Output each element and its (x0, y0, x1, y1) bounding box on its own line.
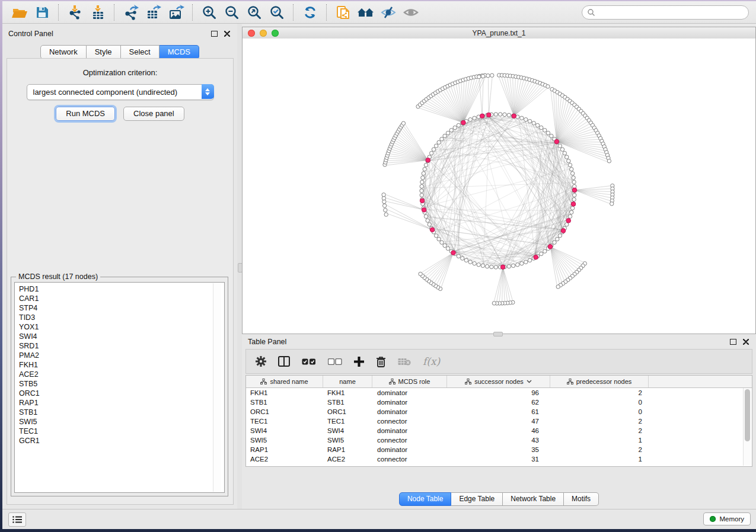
control-panel: Control Panel Network Style Select MCDS … (2, 24, 237, 509)
clone-network-button[interactable] (332, 3, 355, 22)
import-table-button[interactable] (87, 3, 109, 22)
search-input[interactable] (582, 5, 749, 20)
show-all-button[interactable] (400, 3, 422, 22)
horizontal-splitter-handle[interactable] (493, 332, 503, 336)
vertical-splitter[interactable] (237, 24, 242, 509)
mcds-result-item[interactable]: PHD1 (19, 284, 224, 294)
close-panel-icon[interactable] (224, 31, 230, 37)
delete-column-button[interactable] (376, 356, 386, 367)
table-scrollbar[interactable] (743, 388, 751, 466)
task-history-button[interactable] (8, 512, 26, 527)
mcds-result-item[interactable]: YOX1 (19, 322, 224, 332)
mcds-result-item[interactable]: RAP1 (19, 398, 224, 408)
create-column-button[interactable] (354, 357, 364, 367)
tab-node-table[interactable]: Node Table (399, 492, 452, 506)
table-scrollbar-thumb[interactable] (745, 389, 750, 441)
trash-icon (376, 356, 386, 367)
zoom-fit-button[interactable] (243, 3, 266, 22)
table-cell: connector (372, 456, 447, 463)
first-neighbors-button[interactable] (355, 3, 377, 22)
float-table-panel-icon[interactable] (730, 339, 736, 345)
export-table-button[interactable] (142, 3, 165, 22)
mcds-result-item[interactable]: TEC1 (19, 427, 224, 436)
close-table-panel-icon[interactable] (743, 339, 749, 345)
mcds-result-item[interactable]: PMA2 (19, 351, 224, 360)
mcds-result-item[interactable]: STB1 (19, 408, 224, 417)
table-row[interactable]: ORC1ORC1dominator610 (246, 407, 752, 416)
network-window-titlebar[interactable]: YPA_prune.txt_1 (242, 27, 756, 40)
refresh-icon (302, 5, 318, 20)
network-graph[interactable] (243, 39, 755, 334)
delete-table-icon (398, 357, 411, 366)
table-row[interactable]: RAP1RAP1dominator352 (246, 445, 752, 454)
run-mcds-button[interactable]: Run MCDS (56, 107, 115, 121)
control-panel-titlebar: Control Panel (2, 24, 237, 41)
table-tabs: Node Table Edge Table Network Table Moti… (242, 492, 756, 506)
fan-nodes[interactable] (382, 73, 614, 305)
show-column-panel-button[interactable] (278, 356, 290, 367)
plus-icon (354, 357, 364, 367)
tab-motifs[interactable]: Motifs (564, 492, 599, 506)
table-cell: ACE2 (323, 456, 372, 463)
table-row[interactable]: STB1STB1dominator620 (246, 398, 752, 407)
zoom-selected-icon (269, 5, 285, 20)
mcds-result-title: MCDS result (17 nodes) (16, 273, 100, 281)
table-cell: dominator (372, 408, 447, 415)
table-cell: 2 (550, 389, 649, 396)
tab-network-table[interactable]: Network Table (503, 492, 564, 506)
hide-selected-button[interactable] (377, 3, 400, 22)
column-header-name[interactable]: name (323, 376, 372, 387)
network-canvas[interactable] (242, 39, 756, 334)
mcds-result-list[interactable]: PHD1CAR1STP4TID3YOX1SWI4SRD1PMA2FKH1ACE2… (14, 282, 225, 493)
close-panel-button[interactable]: Close panel (123, 107, 184, 121)
mcds-result-item[interactable]: SWI4 (19, 332, 224, 341)
function-builder-button-disabled: f(x) (423, 355, 440, 367)
column-header-shared-name[interactable]: shared name (246, 376, 323, 387)
mcds-result-item[interactable]: STP4 (19, 303, 224, 313)
refresh-button[interactable] (299, 3, 321, 22)
table-row[interactable]: SWI4SWI4dominator462 (246, 426, 752, 435)
mcds-result-item[interactable]: TID3 (19, 313, 224, 322)
tab-style[interactable]: Style (87, 45, 121, 59)
memory-button[interactable]: Memory (703, 512, 751, 525)
table-cell: 35 (447, 446, 550, 453)
mcds-result-item[interactable]: SWI5 (19, 417, 224, 427)
table-cell: dominator (372, 389, 447, 396)
criterion-dropdown[interactable]: largest connected component (undirected) (27, 84, 214, 100)
table-row[interactable]: SWI5SWI5connector431 (246, 435, 752, 445)
mcds-result-item[interactable]: GCR1 (19, 436, 224, 446)
mcds-result-item[interactable]: STB5 (19, 379, 224, 389)
mcds-result-item[interactable]: ORC1 (19, 389, 224, 398)
import-network-button[interactable] (64, 3, 87, 22)
table-row[interactable]: FKH1FKH1dominator962 (246, 388, 752, 398)
export-image-button[interactable] (165, 3, 187, 22)
save-icon (35, 5, 49, 20)
mcds-result-item[interactable]: ACE2 (19, 370, 224, 379)
open-file-button[interactable] (8, 3, 31, 22)
table-cell: ACE2 (246, 456, 323, 463)
table-row[interactable]: ACE2ACE2connector311 (246, 454, 752, 464)
float-panel-icon[interactable] (211, 31, 218, 37)
zoom-in-button[interactable] (198, 3, 221, 22)
tab-edge-table[interactable]: Edge Table (451, 492, 503, 506)
table-row[interactable]: YOX1YOX1connector291 (246, 464, 752, 467)
mcds-result-item[interactable]: CAR1 (19, 294, 224, 303)
column-header-successor-nodes[interactable]: successor nodes (447, 376, 550, 387)
table-settings-button[interactable] (256, 356, 266, 367)
tab-network[interactable]: Network (40, 45, 87, 59)
column-header-MCDS-role[interactable]: MCDS role (372, 376, 447, 387)
mcds-result-item[interactable]: SRD1 (19, 341, 224, 351)
tab-mcds[interactable]: MCDS (160, 45, 199, 59)
save-button[interactable] (31, 3, 53, 22)
tab-select[interactable]: Select (121, 45, 160, 59)
mcds-list-scrollbar[interactable] (213, 283, 221, 492)
unselect-all-columns-button[interactable] (328, 358, 342, 365)
table-row[interactable]: TEC1TEC1connector472 (246, 416, 752, 426)
zoom-out-button[interactable] (221, 3, 243, 22)
zoom-selected-button[interactable] (266, 3, 288, 22)
zoom-in-icon (202, 5, 217, 20)
column-header-predecessor-nodes[interactable]: predecessor nodes (550, 376, 649, 387)
select-all-columns-button[interactable] (302, 358, 316, 365)
export-network-button[interactable] (120, 3, 142, 22)
mcds-result-item[interactable]: FKH1 (19, 360, 224, 370)
